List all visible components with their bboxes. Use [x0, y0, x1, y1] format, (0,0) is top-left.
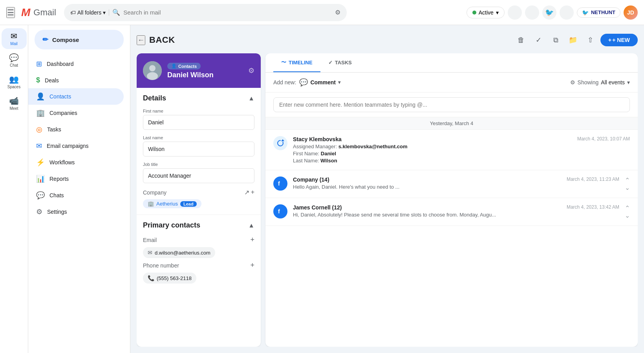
- event-detail-3: Hi, Daniel, Absolutely! Please send me s…: [293, 212, 619, 218]
- first-name-label: First name: [143, 109, 254, 113]
- timeline-tab-icon: 〜: [281, 59, 286, 66]
- last-name-field: Last name: [143, 135, 254, 156]
- active-status[interactable]: Active ▾: [467, 7, 505, 18]
- event-expand-2[interactable]: ⌃⌄: [625, 176, 630, 191]
- nav-label-chats: Chats: [49, 192, 64, 198]
- page-header-actions: 🗑 ✓ ⧉ 📁 ⇧ + + NEW: [514, 33, 638, 47]
- email-chip[interactable]: ✉ d.wilson@aetherius.com: [143, 247, 215, 258]
- gmail-m-icon: M: [21, 6, 30, 19]
- company-external-link-icon[interactable]: ↗: [244, 189, 249, 196]
- event-time-1: March 4, 2023, 10:07 AM: [577, 136, 630, 142]
- folder-selector[interactable]: 🏷 All folders ▾: [70, 9, 109, 16]
- chats-icon: 💬: [36, 191, 45, 200]
- search-input[interactable]: [123, 9, 332, 16]
- event-avatar-1: [273, 136, 287, 150]
- nethunt-bird-icon[interactable]: 🐦: [542, 5, 556, 20]
- details-collapse-icon[interactable]: ▲: [248, 95, 254, 102]
- new-button[interactable]: + + NEW: [600, 34, 638, 46]
- sidebar-item-chat[interactable]: 💬 Chat: [2, 50, 27, 71]
- phone-row: Phone number +: [143, 261, 254, 269]
- showing-filter[interactable]: ⚙ Showing All events ▾: [570, 79, 630, 86]
- user-avatar[interactable]: JD: [624, 5, 638, 20]
- meet-label: Meet: [9, 106, 18, 111]
- event-avatar-3: f: [273, 204, 287, 218]
- content-area: ← BACK 🗑 ✓ ⧉ 📁 ⇧ + + NEW: [130, 25, 644, 353]
- primary-contacts-header: Primary contacts ▲: [143, 221, 254, 229]
- icon-btn-1[interactable]: [508, 5, 522, 20]
- nav-label-companies: Companies: [49, 110, 77, 116]
- primary-contacts-collapse-icon[interactable]: ▲: [248, 222, 254, 229]
- job-title-label: Job title: [143, 162, 254, 167]
- nav-label-reports: Reports: [49, 176, 69, 182]
- folder-button[interactable]: 📁: [566, 33, 580, 47]
- reports-icon: 📊: [36, 175, 45, 183]
- compose-button[interactable]: ✏ Compose: [35, 30, 124, 49]
- delete-button[interactable]: 🗑: [514, 33, 528, 47]
- nav-item-deals[interactable]: $ Deals: [28, 72, 124, 88]
- sidebar-item-mail[interactable]: ✉ Mail: [2, 28, 27, 49]
- status-dot-icon: [472, 11, 476, 15]
- job-title-input[interactable]: [143, 168, 254, 183]
- compose-label: Compose: [52, 36, 79, 43]
- comment-button[interactable]: 💬 Comment ▾: [299, 78, 340, 87]
- tasks-icon: ◎: [36, 125, 42, 134]
- last-name-input[interactable]: [143, 142, 254, 156]
- sidebar-item-spaces[interactable]: 👥 Spaces: [2, 71, 27, 92]
- mail-icon: ✉: [11, 31, 17, 41]
- nav-item-email-campaigns[interactable]: ✉ Email campaigns: [28, 138, 124, 154]
- complete-button[interactable]: ✓: [531, 33, 545, 47]
- comment-input[interactable]: [273, 97, 630, 112]
- company-tag-container: 🏢 Aetherius Lead: [143, 199, 254, 208]
- details-section: Details ▲ First name Last name Job title: [137, 88, 261, 215]
- icon-btn-3[interactable]: [560, 5, 574, 20]
- tab-timeline[interactable]: 〜 TIMELINE: [273, 53, 320, 72]
- first-name-input[interactable]: [143, 115, 254, 130]
- nav-item-workflows[interactable]: ⚡ Workflows: [28, 154, 124, 171]
- filter-label: All events: [601, 79, 625, 86]
- back-button[interactable]: ←: [137, 35, 145, 45]
- nav-item-chats[interactable]: 💬 Chats: [28, 187, 124, 204]
- event-header-1: Stacy Klembovska March 4, 2023, 10:07 AM: [293, 136, 630, 142]
- icon-btn-2[interactable]: [525, 5, 539, 20]
- spaces-icon: 👥: [9, 75, 19, 84]
- contact-gear-icon[interactable]: ⚙: [248, 66, 254, 75]
- primary-contacts-title: Primary contacts: [143, 221, 200, 229]
- nav-label-tasks: Tasks: [47, 126, 61, 133]
- company-tag[interactable]: 🏢 Aetherius Lead: [143, 199, 201, 208]
- nav-item-tasks[interactable]: ◎ Tasks: [28, 121, 124, 138]
- new-button-label: + NEW: [612, 37, 630, 43]
- email-row: Email +: [143, 236, 254, 244]
- search-filter-icon[interactable]: ⚙: [335, 9, 340, 16]
- search-icon: 🔍: [112, 9, 120, 16]
- nav-item-companies[interactable]: 🏢 Companies: [28, 105, 124, 121]
- nav-item-contacts[interactable]: 👤 Contacts: [28, 88, 124, 105]
- svg-text:f: f: [278, 180, 280, 187]
- event-detail-assigned: Assigned Manager: s.klembovska@nethunt.c…: [293, 144, 630, 149]
- nav-item-reports[interactable]: 📊 Reports: [28, 171, 124, 187]
- badge-label: Contacts: [178, 64, 197, 69]
- hamburger-menu[interactable]: ☰: [6, 7, 15, 18]
- workflows-icon: ⚡: [36, 158, 45, 167]
- nav-item-settings[interactable]: ⚙ Settings: [28, 204, 124, 220]
- tab-tasks[interactable]: ✓ TASKS: [320, 53, 360, 72]
- copy-button[interactable]: ⧉: [549, 33, 563, 47]
- sidebar-item-meet[interactable]: 📹 Meet: [2, 93, 27, 114]
- phone-add-button[interactable]: +: [250, 261, 254, 269]
- company-add-icon[interactable]: +: [251, 189, 254, 196]
- folder-chevron-icon: ▾: [103, 9, 106, 16]
- email-add-button[interactable]: +: [250, 236, 254, 244]
- contacts-icon: 👤: [36, 92, 45, 101]
- event-header-3: James Cornell (12) March 4, 2023, 13:42 …: [293, 204, 619, 211]
- nav-item-dashboard[interactable]: ⊞ Dashboard: [28, 56, 124, 72]
- phone-chip[interactable]: 📞 (555) 563-2118: [143, 273, 196, 284]
- nethunt-logo: 🐦 NETHUNT: [577, 7, 620, 18]
- company-name-text: Aetherius: [156, 201, 178, 207]
- timeline-event-1: Stacy Klembovska March 4, 2023, 10:07 AM…: [265, 130, 638, 170]
- main-layout: ✉ Mail 💬 Chat 👥 Spaces 📹 Meet ✏ Compose …: [0, 25, 644, 353]
- event-expand-3[interactable]: ⌃⌄: [625, 204, 630, 219]
- primary-contacts-section: Primary contacts ▲ Email + ✉ d.wilson@ae…: [137, 215, 261, 293]
- svg-point-1: [149, 65, 156, 71]
- deals-icon: $: [36, 76, 40, 84]
- share-button[interactable]: ⇧: [583, 33, 597, 47]
- folder-filter-icon: 🏷: [70, 9, 76, 16]
